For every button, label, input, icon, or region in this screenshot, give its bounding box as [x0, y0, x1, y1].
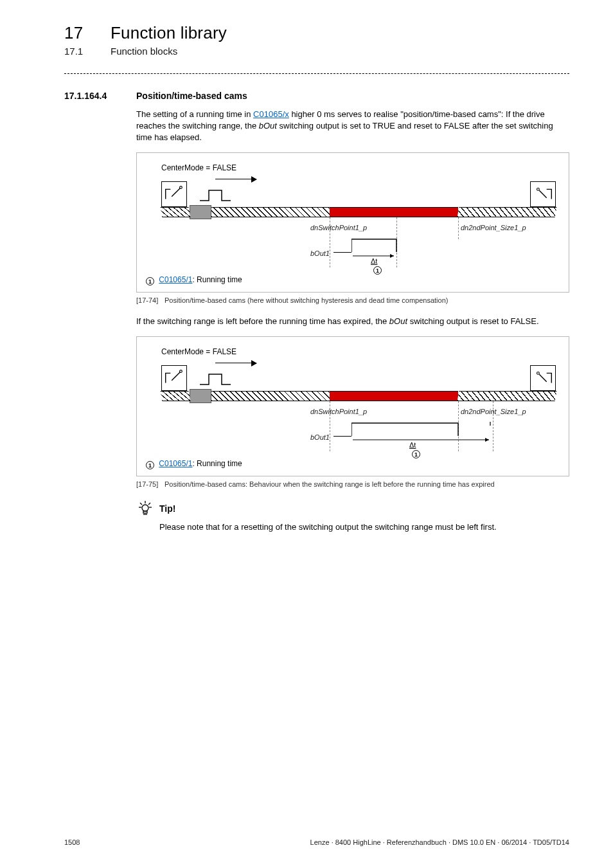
hatch-segment — [161, 391, 191, 401]
direction-arrow-icon — [215, 363, 256, 363]
mid-pre: If the switching range is left before th… — [136, 316, 389, 326]
intro-pre: The setting of a running time in — [136, 109, 253, 119]
svg-line-13 — [148, 503, 150, 505]
cam-origin-icon — [161, 365, 187, 391]
cam-origin-icon — [161, 181, 187, 207]
footer-info: Lenze · 8400 HighLine · Referenzhandbuch… — [310, 838, 569, 846]
second-point-label: dn2ndPoint_Size1_p — [461, 224, 526, 231]
legend-text: : Running time — [192, 275, 242, 284]
caption-text: Position/time-based cams (here without s… — [164, 296, 448, 304]
svg-point-4 — [180, 370, 182, 372]
intro-italic: bOut — [259, 121, 277, 131]
subchapter-heading: 17.1Function blocks — [64, 46, 569, 57]
link-c01065x[interactable]: C01065/x — [253, 109, 289, 119]
tip-heading: Tip! — [136, 500, 569, 518]
svg-marker-3 — [390, 254, 394, 258]
lightbulb-icon — [136, 500, 154, 518]
bout-connector — [333, 436, 351, 437]
mid-post: switching output is reset to FALSE. — [407, 316, 539, 326]
marker-1-icon: 1 — [412, 450, 420, 458]
figure-1-frame: CenterMode = FALSE — [136, 152, 569, 293]
mode-label: CenterMode = FALSE — [161, 163, 236, 172]
switch-range-bar — [330, 391, 458, 401]
page-number: 1508 — [64, 838, 80, 846]
page-header: 17Function library 17.1Function blocks — [64, 23, 569, 57]
svg-marker-7 — [485, 438, 489, 442]
section-heading: 17.1.164.4 Position/time-based cams — [64, 91, 569, 101]
marker-1-icon: 1 — [146, 277, 154, 285]
delta-t-label: Δt — [409, 441, 416, 449]
figure-2-legend: 1 C01065/1: Running time — [146, 459, 560, 469]
figure-1-caption: [17-74]Position/time-based cams (here wi… — [136, 296, 569, 304]
figure-1-legend: 1 C01065/1: Running time — [146, 275, 560, 285]
delta-t-label: Δt — [371, 257, 377, 265]
link-c01065-1[interactable]: C01065/1 — [159, 275, 192, 284]
second-point-label: dn2ndPoint_Size1_p — [461, 408, 526, 415]
bump-icon — [200, 188, 231, 207]
bout-label: bOut1 — [310, 249, 330, 257]
body: The setting of a running time in C01065/… — [136, 109, 569, 533]
direction-arrow-icon — [215, 179, 256, 179]
caption-text: Position/time-based cams: Behaviour when… — [164, 480, 495, 488]
delta-t-group: Δt 1 — [409, 441, 420, 458]
bout-label: bOut1 — [310, 433, 330, 441]
track — [161, 391, 556, 401]
subchapter-title: Function blocks — [111, 46, 177, 57]
dashed-rule — [64, 73, 569, 74]
svg-point-1 — [537, 188, 540, 190]
page: 17Function library 17.1Function blocks 1… — [0, 0, 613, 868]
figure-2-frame: CenterMode = FALSE — [136, 336, 569, 476]
caption-number: [17-74] — [136, 296, 164, 304]
pulse-waveform-icon — [351, 422, 519, 442]
section-number: 17.1.164.4 — [64, 91, 136, 101]
caption-number: [17-75] — [136, 480, 164, 488]
cam-target-icon — [530, 181, 556, 207]
marker-1-icon: 1 — [146, 461, 154, 469]
hatch-segment — [161, 207, 191, 217]
marker-1-icon: 1 — [373, 266, 382, 275]
svg-rect-14 — [143, 511, 147, 513]
figure-2-caption: [17-75]Position/time-based cams: Behavio… — [136, 480, 569, 488]
slider-block — [190, 389, 211, 403]
tip-label: Tip! — [159, 503, 175, 514]
intro-paragraph: The setting of a running time in C01065/… — [136, 109, 569, 143]
slider-block — [190, 205, 211, 219]
chapter-number: 17 — [64, 23, 111, 43]
bout-connector — [333, 252, 351, 253]
chapter-heading: 17Function library — [64, 23, 569, 43]
subchapter-number: 17.1 — [64, 46, 111, 57]
mid-paragraph: If the switching range is left before th… — [136, 316, 569, 327]
switch-range-bar — [330, 207, 458, 217]
hatch-segment — [458, 207, 557, 217]
hatch-segment — [211, 207, 330, 217]
figure-1-diagram: CenterMode = FALSE — [146, 162, 560, 271]
hatch-segment — [458, 391, 557, 401]
chapter-title: Function library — [111, 23, 227, 42]
legend-text: : Running time — [192, 459, 242, 468]
mid-italic: bOut — [389, 316, 407, 326]
svg-line-12 — [140, 503, 142, 505]
bump-icon — [200, 372, 231, 391]
track — [161, 207, 556, 217]
link-c01065-1[interactable]: C01065/1 — [159, 459, 192, 468]
svg-point-8 — [142, 505, 148, 511]
hatch-segment — [211, 391, 330, 401]
figure-2-diagram: CenterMode = FALSE — [146, 346, 560, 455]
page-footer: 1508 Lenze · 8400 HighLine · Referenzhan… — [64, 838, 569, 846]
svg-point-0 — [180, 186, 182, 188]
guide-line — [458, 217, 459, 239]
cam-target-icon — [530, 365, 556, 391]
tip-body: Please note that for a resetting of the … — [159, 521, 569, 533]
svg-point-5 — [537, 372, 540, 374]
delta-t-group: Δt 1 — [371, 257, 382, 275]
section-title: Position/time-based cams — [136, 91, 247, 101]
switch-point-1-label: dnSwitchPoint1_p — [310, 408, 367, 415]
pulse-waveform-icon — [351, 238, 422, 258]
switch-point-1-label: dnSwitchPoint1_p — [310, 224, 367, 231]
mode-label: CenterMode = FALSE — [161, 347, 236, 356]
